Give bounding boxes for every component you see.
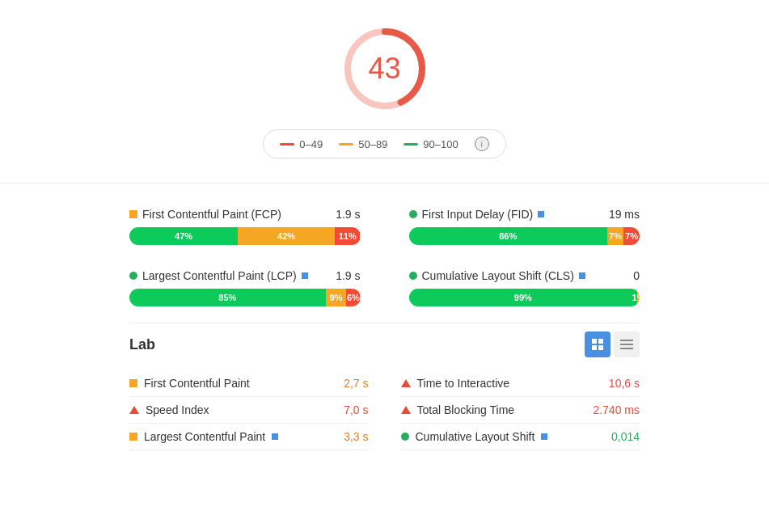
metric-cls-header: Cumulative Layout Shift (CLS) 0: [409, 269, 640, 282]
fid-info-icon: [538, 211, 544, 217]
cls-label: Cumulative Layout Shift (CLS): [422, 269, 574, 282]
fcp-icon: [129, 210, 137, 218]
lab-fcp-icon: [129, 379, 137, 387]
lab-left-column: First Contentful Paint 2,7 s Speed Index…: [129, 370, 369, 450]
lab-cls-info-icon: [541, 433, 547, 440]
view-toggle: [585, 331, 640, 357]
metric-lcp-header: Largest Contentful Paint (LCP) 1.9 s: [129, 269, 361, 282]
lab-tti-label: Time to Interactive: [417, 377, 510, 390]
grid-view-button[interactable]: [585, 331, 611, 357]
legend-label-low: 0–49: [299, 138, 323, 150]
lab-row-fcp: First Contentful Paint 2,7 s: [129, 370, 369, 397]
lab-row-tbt: Total Blocking Time 2.740 ms: [401, 397, 640, 424]
lcp-bar-green: 85%: [129, 289, 326, 306]
cls-bar-green: 99%: [409, 289, 638, 306]
lcp-bar-red: 6%: [346, 289, 360, 306]
legend-line-mid: [339, 143, 353, 146]
lab-lcp-value: 3,3 s: [344, 430, 368, 443]
lab-row-cls: Cumulative Layout Shift 0,014: [401, 424, 640, 450]
metric-fid-title-group: First Input Delay (FID): [409, 208, 545, 221]
fid-label: First Input Delay (FID): [422, 208, 534, 221]
lab-fcp-label-group: First Contentful Paint: [129, 377, 250, 390]
lcp-value: 1.9 s: [336, 269, 360, 282]
metric-fid: First Input Delay (FID) 19 ms 86% 7% 7%: [409, 208, 640, 245]
lcp-icon: [129, 272, 137, 280]
lab-row-lcp: Largest Contentful Paint 3,3 s: [129, 424, 369, 450]
cls-icon: [409, 272, 417, 280]
cls-info-icon: [579, 272, 585, 279]
legend-item-mid: 50–89: [339, 138, 387, 150]
lab-cls-label: Cumulative Layout Shift: [416, 430, 535, 443]
score-section: 43 0–49 50–89 90–100 i: [0, 0, 769, 175]
lab-lcp-icon: [129, 433, 137, 441]
legend-item-high: 90–100: [404, 138, 458, 150]
fcp-bar: 47% 42% 11%: [129, 227, 361, 245]
cls-bar-orange: 1%: [637, 289, 640, 306]
lab-grid: First Contentful Paint 2,7 s Speed Index…: [129, 370, 640, 450]
fid-bar: 86% 7% 7%: [409, 227, 640, 245]
fid-bar-orange: 7%: [607, 227, 623, 245]
lab-cls-label-group: Cumulative Layout Shift: [401, 430, 548, 443]
metric-fcp: First Contentful Paint (FCP) 1.9 s 47% 4…: [129, 208, 361, 245]
metrics-section: First Contentful Paint (FCP) 1.9 s 47% 4…: [0, 192, 769, 323]
lab-row-tti: Time to Interactive 10,6 s: [401, 370, 640, 397]
lab-tbt-value: 2.740 ms: [593, 403, 640, 416]
legend-info-button[interactable]: i: [475, 137, 489, 151]
fid-bar-red: 7%: [623, 227, 640, 245]
fcp-bar-orange: 42%: [238, 227, 335, 245]
legend-line-high: [404, 143, 418, 146]
lab-cls-value: 0,014: [611, 430, 640, 443]
lab-fcp-value: 2,7 s: [344, 377, 368, 390]
lab-title: Lab: [129, 336, 155, 353]
lcp-bar-orange: 9%: [326, 289, 347, 306]
metric-cls: Cumulative Layout Shift (CLS) 0 99% 1%: [409, 269, 640, 306]
legend-label-high: 90–100: [423, 138, 458, 150]
lab-si-icon: [129, 406, 139, 414]
metric-fcp-header: First Contentful Paint (FCP) 1.9 s: [129, 208, 361, 221]
lab-si-label-group: Speed Index: [129, 403, 209, 416]
legend-item-low: 0–49: [280, 138, 323, 150]
legend-line-low: [280, 143, 294, 146]
cls-bar: 99% 1%: [409, 289, 640, 306]
metric-lcp-title-group: Largest Contentful Paint (LCP): [129, 269, 308, 282]
fid-value: 19 ms: [609, 208, 640, 221]
svg-rect-3: [598, 339, 603, 344]
lcp-bar: 85% 9% 6%: [129, 289, 361, 306]
main-divider: [0, 183, 769, 184]
legend: 0–49 50–89 90–100 i: [263, 129, 505, 158]
lab-tti-label-group: Time to Interactive: [401, 377, 510, 390]
metric-fid-header: First Input Delay (FID) 19 ms: [409, 208, 640, 221]
fcp-label: First Contentful Paint (FCP): [142, 208, 281, 221]
lab-si-label: Speed Index: [146, 403, 209, 416]
lab-si-value: 7,0 s: [344, 403, 368, 416]
lab-fcp-label: First Contentful Paint: [144, 377, 250, 390]
svg-rect-4: [592, 345, 597, 350]
metric-lcp: Largest Contentful Paint (LCP) 1.9 s 85%…: [129, 269, 361, 306]
fid-bar-green: 86%: [409, 227, 608, 245]
lab-tti-value: 10,6 s: [609, 377, 640, 390]
score-value: 43: [368, 52, 400, 86]
lab-lcp-label: Largest Contentful Paint: [144, 430, 265, 443]
fcp-bar-red: 11%: [335, 227, 360, 245]
fcp-value: 1.9 s: [336, 208, 360, 221]
metric-cls-title-group: Cumulative Layout Shift (CLS): [409, 269, 585, 282]
lab-tbt-icon: [401, 406, 411, 414]
lcp-label: Largest Contentful Paint (LCP): [142, 269, 297, 282]
lcp-info-icon: [302, 272, 308, 279]
lab-cls-icon: [401, 433, 409, 441]
lab-header: Lab: [129, 331, 640, 357]
lab-tbt-label: Total Blocking Time: [417, 403, 515, 416]
fcp-bar-green: 47%: [129, 227, 238, 245]
lab-tti-icon: [401, 379, 411, 387]
list-view-button[interactable]: [614, 331, 640, 357]
cls-value: 0: [633, 269, 640, 282]
lab-tbt-label-group: Total Blocking Time: [401, 403, 515, 416]
lab-row-speed-index: Speed Index 7,0 s: [129, 397, 369, 424]
svg-rect-2: [592, 339, 597, 344]
lab-right-column: Time to Interactive 10,6 s Total Blockin…: [401, 370, 640, 450]
fid-icon: [409, 210, 417, 218]
lab-lcp-info-icon: [272, 433, 278, 440]
svg-rect-5: [598, 345, 603, 350]
legend-label-mid: 50–89: [358, 138, 387, 150]
metric-fcp-title-group: First Contentful Paint (FCP): [129, 208, 281, 221]
